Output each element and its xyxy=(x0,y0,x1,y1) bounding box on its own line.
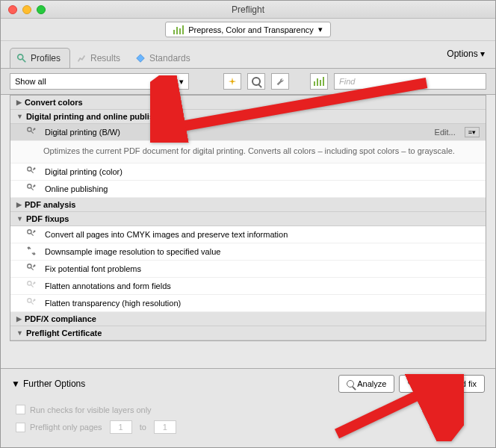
menu-icon[interactable]: ≡▾ xyxy=(465,127,480,137)
search-icon xyxy=(252,77,261,86)
svg-line-1 xyxy=(22,59,25,62)
wrench-icon xyxy=(25,297,39,309)
group-digital-printing[interactable]: ▼Digital printing and online publishing xyxy=(10,110,486,124)
analyze-and-fix-button[interactable]: Analyze and fix xyxy=(399,375,485,393)
chevron-down-icon: ▼ xyxy=(16,215,23,223)
item-digital-color[interactable]: Digital printing (color) xyxy=(10,164,486,181)
chevron-down-icon: ▼ xyxy=(16,329,23,337)
wrench-icon xyxy=(25,166,39,178)
wrench-search-icon xyxy=(407,379,418,389)
checks-panel: Run checks for visible layers only Prefl… xyxy=(11,402,485,437)
page-to-input[interactable]: 1 xyxy=(154,420,176,434)
group-convert-colors[interactable]: ▶Convert colors xyxy=(10,96,486,110)
svg-point-0 xyxy=(18,55,23,60)
chevron-right-icon: ▶ xyxy=(16,99,22,106)
item-downsample[interactable]: Downsample image resolution to specified… xyxy=(10,243,486,261)
profiles-icon xyxy=(16,53,27,63)
library-label: Prepress, Color and Transparency xyxy=(188,25,314,34)
library-dropdown[interactable]: Prepress, Color and Transparency ▾ xyxy=(165,22,331,37)
chevron-down-icon: ▼ xyxy=(16,113,23,120)
preflight-pages-row: Preflight only pages 1 to 1 xyxy=(11,417,485,437)
group-pdf-analysis[interactable]: ▶PDF analysis xyxy=(10,198,486,212)
svg-marker-3 xyxy=(229,78,237,86)
svg-line-7 xyxy=(31,171,34,174)
visible-layers-checkbox[interactable] xyxy=(16,405,25,414)
wrench-icon xyxy=(25,280,39,292)
wrench-icon xyxy=(25,228,39,240)
svg-line-21 xyxy=(412,383,415,385)
further-options-toggle[interactable]: ▼Further Options xyxy=(11,379,85,389)
edit-button[interactable]: Edit... xyxy=(435,128,459,137)
results-icon xyxy=(76,53,87,63)
group-pdf-fixups[interactable]: ▼PDF fixups xyxy=(10,212,486,226)
svg-line-15 xyxy=(31,285,34,288)
item-flatten-transparency[interactable]: Flatten transparency (high resolution) xyxy=(10,295,486,312)
item-online-publishing[interactable]: Online publishing xyxy=(10,181,486,198)
standards-icon xyxy=(135,53,146,63)
tab-bar: Profiles Results Standards Options ▾ xyxy=(1,41,495,68)
toolbar: Show all ▾ Find xyxy=(1,68,495,95)
chevron-right-icon: ▶ xyxy=(16,315,22,323)
svg-line-11 xyxy=(31,234,34,237)
chevron-down-icon: ▾ xyxy=(318,25,323,34)
search-button[interactable] xyxy=(247,73,265,90)
group-preflight-certificate[interactable]: ▼Preflight Certificate xyxy=(10,326,486,340)
svg-line-17 xyxy=(31,302,34,305)
arrows-icon xyxy=(25,246,39,258)
item-cmyk-convert[interactable]: Convert all pages into CMYK images and p… xyxy=(10,226,486,243)
item-flatten-annotations[interactable]: Flatten annotations and form fields xyxy=(10,278,486,295)
item-digital-bw[interactable]: Digital printing (B/W) Edit... ≡▾ xyxy=(10,124,486,141)
titlebar: Preflight xyxy=(1,1,495,19)
group-pdfx-compliance[interactable]: ▶PDF/X compliance xyxy=(10,312,486,326)
wrench-icon xyxy=(275,76,285,87)
view-button[interactable] xyxy=(310,73,328,90)
svg-line-9 xyxy=(31,188,34,191)
bottom-panel: ▼Further Options Analyze Analyze and fix… xyxy=(1,368,495,447)
pages-checkbox[interactable] xyxy=(16,423,25,432)
filter-dropdown[interactable]: Show all ▾ xyxy=(10,73,189,90)
run-checks-row: Run checks for visible layers only xyxy=(11,402,485,417)
new-profile-button[interactable] xyxy=(223,73,241,90)
library-row: Prepress, Color and Transparency ▾ xyxy=(1,19,495,41)
bars-icon xyxy=(314,77,324,86)
svg-marker-2 xyxy=(137,55,145,63)
wrench-icon xyxy=(25,126,39,138)
wrench-icon xyxy=(25,263,39,275)
find-input[interactable]: Find xyxy=(334,73,486,90)
tab-profiles[interactable]: Profiles xyxy=(10,48,70,68)
preflight-window: Preflight Prepress, Color and Transparen… xyxy=(0,0,496,448)
profile-list[interactable]: ▶Convert colors ▼Digital printing and on… xyxy=(10,95,486,341)
options-dropdown[interactable]: Options ▾ xyxy=(447,49,485,59)
tab-results[interactable]: Results xyxy=(70,49,129,68)
settings-button[interactable] xyxy=(271,73,289,90)
tab-standards[interactable]: Standards xyxy=(129,49,199,68)
chevron-down-icon: ▾ xyxy=(179,77,184,87)
chevron-down-icon: ▼ xyxy=(11,379,20,389)
page-from-input[interactable]: 1 xyxy=(110,420,132,434)
svg-line-13 xyxy=(31,268,34,271)
svg-line-5 xyxy=(31,131,34,134)
sparkle-icon xyxy=(227,76,238,87)
item-fix-fonts[interactable]: Fix potential font problems xyxy=(10,261,486,278)
window-title: Preflight xyxy=(1,4,495,15)
chevron-right-icon: ▶ xyxy=(16,201,22,208)
analyze-button[interactable]: Analyze xyxy=(338,375,394,393)
item-verify-certificate[interactable]: Verify Preflight Certificate xyxy=(10,340,486,341)
chevron-down-icon: ▾ xyxy=(480,49,485,59)
search-icon xyxy=(347,380,354,388)
wrench-icon xyxy=(25,183,39,195)
bars-icon xyxy=(173,25,184,34)
item-description: Optimizes the current PDF document for d… xyxy=(10,141,486,164)
